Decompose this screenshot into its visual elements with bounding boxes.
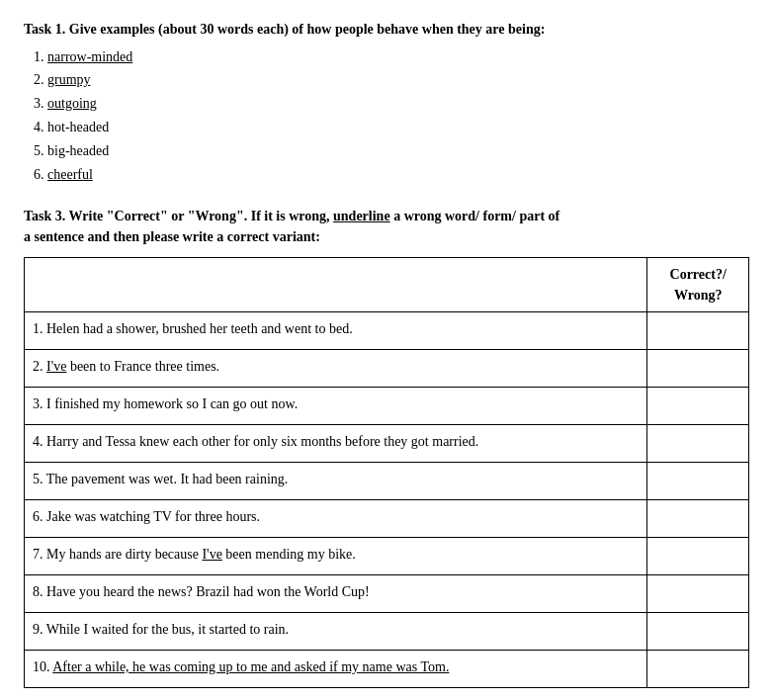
sentence-cell: 1. Helen had a shower, brushed her teeth… xyxy=(25,312,647,350)
answer-cell xyxy=(647,425,749,463)
table-row: 1. Helen had a shower, brushed her teeth… xyxy=(25,312,749,350)
sentence-cell: 3. I finished my homework so I can go ou… xyxy=(25,388,647,425)
item-text: narrow-minded xyxy=(47,49,132,64)
sentence-cell: 4. Harry and Tessa knew each other for o… xyxy=(25,425,647,463)
list-item: 6. cheerful xyxy=(34,163,749,187)
sentence-cell: 8. Have you heard the news? Brazil had w… xyxy=(25,575,647,613)
underlined-sentence: After a while, he was coming up to me an… xyxy=(52,659,449,674)
task1-list: 1. narrow-minded 2. grumpy 3. outgoing 4… xyxy=(34,45,749,187)
sentence-cell: 10. After a while, he was coming up to m… xyxy=(25,651,647,688)
item-text: grumpy xyxy=(47,72,91,87)
answer-cell xyxy=(647,613,749,651)
item-text: hot-headed xyxy=(47,120,109,134)
answer-cell xyxy=(647,538,749,575)
list-item: 1. narrow-minded xyxy=(34,45,749,69)
table-row: 8. Have you heard the news? Brazil had w… xyxy=(25,575,749,613)
answer-cell xyxy=(647,388,749,425)
underlined-word: I've xyxy=(46,359,66,374)
answer-cell xyxy=(647,651,749,688)
list-item: 5. big-headed xyxy=(34,139,749,163)
sentence-col-header xyxy=(25,258,647,312)
answer-cell xyxy=(647,312,749,350)
list-item: 4. hot-headed xyxy=(34,116,749,139)
task3-table: Correct?/Wrong? 1. Helen had a shower, b… xyxy=(24,257,749,688)
table-row: 6. Jake was watching TV for three hours. xyxy=(25,500,749,538)
sentence-cell: 5. The pavement was wet. It had been rai… xyxy=(25,463,647,500)
table-header-row: Correct?/Wrong? xyxy=(25,258,749,312)
task3-header-underline: underline xyxy=(333,209,390,223)
sentence-cell: 9. While I waited for the bus, it starte… xyxy=(25,613,647,651)
correct-col-header: Correct?/Wrong? xyxy=(647,258,749,312)
table-row: 7. My hands are dirty because I've been … xyxy=(25,538,749,575)
answer-cell xyxy=(647,575,749,613)
sentence-cell: 2. I've been to France three times. xyxy=(25,350,647,388)
table-row: 10. After a while, he was coming up to m… xyxy=(25,651,749,688)
table-row: 5. The pavement was wet. It had been rai… xyxy=(25,463,749,500)
task3-header-part1: Task 3. Write "Correct" or "Wrong". If i… xyxy=(24,209,333,223)
item-text: cheerful xyxy=(47,167,93,182)
item-text: outgoing xyxy=(47,96,97,111)
task1-header: Task 1. Give examples (about 30 words ea… xyxy=(24,20,749,40)
list-item: 3. outgoing xyxy=(34,92,749,116)
item-text: big-headed xyxy=(47,143,109,158)
sentence-cell: 6. Jake was watching TV for three hours. xyxy=(25,500,647,538)
task3-header: Task 3. Write "Correct" or "Wrong". If i… xyxy=(24,206,749,247)
table-row: 2. I've been to France three times. xyxy=(25,350,749,388)
answer-cell xyxy=(647,350,749,388)
table-row: 4. Harry and Tessa knew each other for o… xyxy=(25,425,749,463)
answer-cell xyxy=(647,500,749,538)
task3-section: Task 3. Write "Correct" or "Wrong". If i… xyxy=(24,206,749,688)
table-row: 9. While I waited for the bus, it starte… xyxy=(25,613,749,651)
task1-section: Task 1. Give examples (about 30 words ea… xyxy=(24,20,749,186)
list-item: 2. grumpy xyxy=(34,68,749,92)
sentence-cell: 7. My hands are dirty because I've been … xyxy=(25,538,647,575)
answer-cell xyxy=(647,463,749,500)
underlined-word: I've xyxy=(202,547,221,562)
table-row: 3. I finished my homework so I can go ou… xyxy=(25,388,749,425)
